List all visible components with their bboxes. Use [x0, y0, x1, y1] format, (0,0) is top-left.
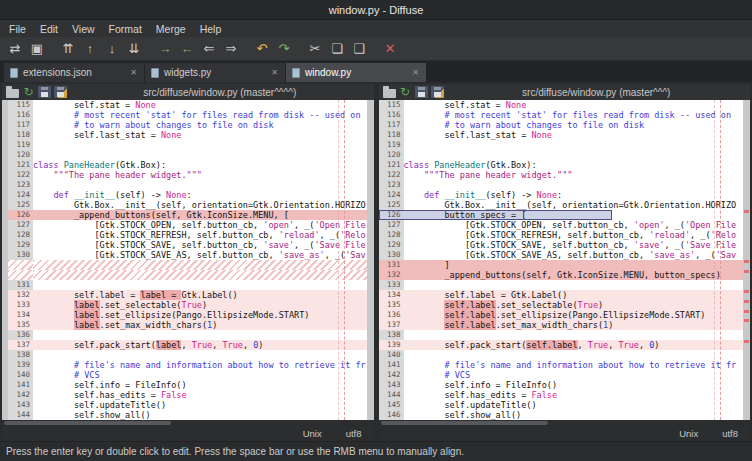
code-line[interactable]: 135 self.label.set_selectable(True) [379, 300, 744, 310]
code-line[interactable]: 120 [379, 150, 744, 160]
code-line[interactable] [8, 260, 367, 270]
copy-selection-left-icon[interactable]: ← [177, 39, 197, 59]
right-horizontal-scrollbar[interactable] [379, 420, 751, 426]
code-line[interactable]: 144 self.has_edits = False [379, 390, 744, 400]
last-difference-icon[interactable]: ⇊ [124, 39, 144, 59]
menu-help[interactable]: Help [193, 20, 229, 37]
menu-file[interactable]: File [2, 20, 33, 37]
code-line[interactable]: 146 self.show_all() [379, 410, 744, 420]
code-line[interactable]: 116 # most recent 'stat' for files read … [8, 110, 367, 120]
clear-edits-icon[interactable]: ✕ [380, 39, 400, 59]
code-line[interactable]: 131 ] [379, 260, 744, 270]
undo-icon[interactable]: ↶ [252, 39, 272, 59]
code-line[interactable]: 142 # VCS [379, 370, 744, 380]
code-line[interactable]: 130 [Gtk.STOCK_SAVE_AS, self.button_cb, … [379, 250, 744, 260]
code-line[interactable]: 119 [379, 140, 744, 150]
scrollbar-thumb[interactable] [381, 421, 548, 425]
code-line[interactable]: 142 self.has_edits = False [8, 390, 367, 400]
code-line[interactable]: 131 [8, 280, 367, 290]
code-line[interactable]: 128 [Gtk.STOCK_REFRESH, self.button_cb, … [379, 230, 744, 240]
code-line[interactable]: 118 self.last_stat = None [8, 130, 367, 140]
redo-icon[interactable]: ↷ [274, 39, 294, 59]
code-line[interactable]: 132 _append_buttons(self, Gtk.IconSize.M… [379, 270, 744, 280]
code-line[interactable]: 133 label.set_selectable(True) [8, 300, 367, 310]
code-line[interactable]: 139 # file's name and information about … [8, 360, 367, 370]
code-line[interactable]: 130 [Gtk.STOCK_SAVE_AS, self.button_cb, … [8, 250, 367, 260]
isolate-icon[interactable]: ▣ [27, 39, 47, 59]
reload-icon[interactable]: ↻ [399, 86, 412, 98]
code-line[interactable]: 133 [379, 280, 744, 290]
menu-format[interactable]: Format [102, 20, 149, 37]
code-line[interactable]: 129 [Gtk.STOCK_SAVE, self.button_cb, 'sa… [379, 240, 744, 250]
cut-icon[interactable]: ✂ [305, 39, 325, 59]
reload-icon[interactable]: ↻ [22, 86, 35, 98]
code-line[interactable]: 135 label.set_max_width_chars(1) [8, 320, 367, 330]
code-line[interactable]: 137 self.label.set_max_width_chars(1) [379, 320, 744, 330]
code-line[interactable]: 124 def __init__(self) -> None: [8, 190, 367, 200]
scrollbar-thumb[interactable] [4, 421, 171, 425]
code-line[interactable]: 123 [379, 180, 744, 190]
copy-selection-right-icon[interactable]: → [155, 39, 175, 59]
next-difference-icon[interactable]: ↓ [102, 39, 122, 59]
shift-pane-left-icon[interactable]: ⇐ [199, 39, 219, 59]
code-line[interactable]: 122 """The pane header widget.""" [8, 170, 367, 180]
open-icon[interactable] [6, 89, 19, 98]
code-line[interactable]: 139 self.pack_start(self.label, True, Tr… [379, 340, 744, 350]
copy-icon[interactable]: ❏ [327, 39, 347, 59]
left-horizontal-scrollbar[interactable] [2, 420, 374, 426]
code-line[interactable]: 132 self.label = label = Gtk.Label() [8, 290, 367, 300]
tab-close-icon[interactable]: ✕ [270, 68, 279, 77]
code-line[interactable]: 136 self.label.set_ellipsize(Pango.Ellip… [379, 310, 744, 320]
title-bar[interactable]: window.py - Diffuse [0, 0, 752, 20]
menu-edit[interactable]: Edit [33, 20, 65, 37]
code-line[interactable]: 122 """The pane header widget.""" [379, 170, 744, 180]
save-as-icon[interactable] [54, 86, 67, 98]
code-line[interactable]: 141 self.info = FileInfo() [8, 380, 367, 390]
save-icon[interactable] [38, 86, 51, 98]
code-line[interactable]: 145 self.updateTitle() [379, 400, 744, 410]
save-icon[interactable] [415, 86, 428, 98]
tab-close-icon[interactable]: ✕ [411, 68, 420, 77]
code-line[interactable]: 124 def __init__(self) -> None: [379, 190, 744, 200]
previous-difference-icon[interactable]: ↑ [80, 39, 100, 59]
code-line[interactable]: 140 # VCS [8, 370, 367, 380]
shift-pane-right-icon[interactable]: ⇒ [221, 39, 241, 59]
code-line[interactable]: 123 [8, 180, 367, 190]
code-line[interactable]: 138 [379, 330, 744, 340]
code-line[interactable]: 117 # to warn about changes to file on d… [8, 120, 367, 130]
code-line[interactable]: 125 Gtk.Box.__init__(self, orientation=G… [8, 200, 367, 210]
code-line[interactable]: 143 self.updateTitle() [8, 400, 367, 410]
save-as-icon[interactable] [431, 86, 444, 98]
code-line[interactable] [8, 270, 367, 280]
menu-view[interactable]: View [65, 20, 102, 37]
open-icon[interactable] [383, 89, 396, 98]
code-line[interactable]: 134 label.set_ellipsize(Pango.EllipsizeM… [8, 310, 367, 320]
right-pane-scrollbar[interactable] [743, 100, 750, 420]
code-line[interactable]: 138 [8, 350, 367, 360]
code-line[interactable]: 141 # file's name and information about … [379, 360, 744, 370]
tab-widgets.py[interactable]: widgets.py✕ [145, 63, 285, 82]
code-line[interactable]: 115 self.stat = None [8, 100, 367, 110]
menu-merge[interactable]: Merge [149, 20, 193, 37]
code-line[interactable]: 127 [Gtk.STOCK_OPEN, self.button_cb, 'op… [8, 220, 367, 230]
code-line[interactable]: 116 # most recent 'stat' for files read … [379, 110, 744, 120]
code-line[interactable]: 127 [Gtk.STOCK_OPEN, self.button_cb, 'op… [379, 220, 744, 230]
left-pane-scrollbar[interactable] [367, 100, 374, 420]
code-line[interactable]: 120 [8, 150, 367, 160]
code-line[interactable]: 115 self.stat = None [379, 100, 744, 110]
tab-extensions.json[interactable]: extensions.json✕ [4, 63, 144, 82]
left-code-lines[interactable]: 115 self.stat = None116 # most recent 's… [8, 100, 367, 420]
paste-icon[interactable]: ❑ [349, 39, 369, 59]
code-line[interactable]: 134 self.label = Gtk.Label() [379, 290, 744, 300]
code-line[interactable]: 126 _append_buttons(self, Gtk.IconSize.M… [8, 210, 367, 220]
code-line[interactable]: 121class PaneHeader(Gtk.Box): [379, 160, 744, 170]
code-line[interactable]: 129 [Gtk.STOCK_SAVE, self.button_cb, 'sa… [8, 240, 367, 250]
tab-window.py[interactable]: window.py✕ [286, 63, 426, 82]
code-line[interactable]: 119 [8, 140, 367, 150]
code-line[interactable]: 144 self.show_all() [8, 410, 367, 420]
realign-all-icon[interactable]: ⇄ [5, 39, 25, 59]
right-code-lines[interactable]: 115 self.stat = None116 # most recent 's… [379, 100, 744, 420]
code-line[interactable]: 126 button_specs = [ [379, 210, 744, 220]
code-line[interactable]: 118 self.last_stat = None [379, 130, 744, 140]
code-line[interactable]: 125 Gtk.Box.__init__(self, orientation=G… [379, 200, 744, 210]
